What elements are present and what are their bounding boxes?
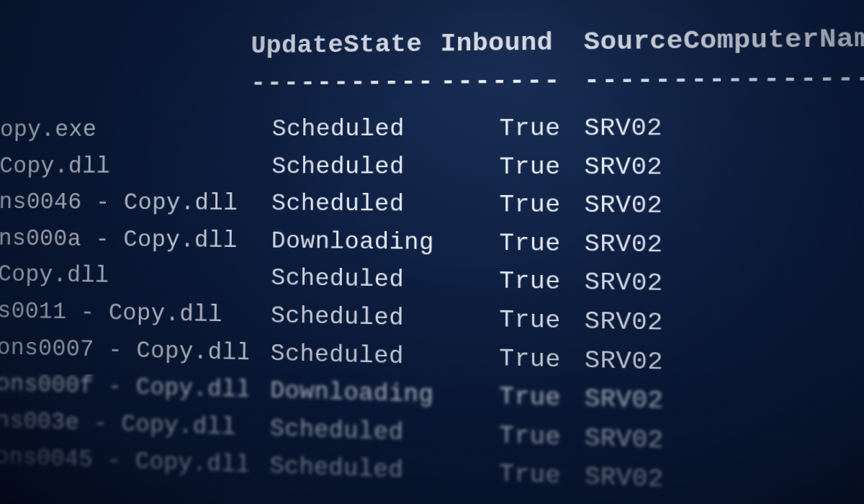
cell-update-state: Scheduled [248, 447, 440, 492]
cell-inbound: True [440, 186, 585, 225]
cell-source-computer: SRV02 [584, 108, 864, 148]
cell-update-state: Scheduled [250, 148, 441, 186]
terminal-output: UpdateState Inbound SourceComputerName -… [0, 0, 864, 504]
divider-state: ----------- [251, 68, 440, 98]
header-update-state: UpdateState [251, 30, 440, 60]
cell-update-state: Scheduled [248, 409, 439, 453]
cell-inbound: True [440, 109, 584, 148]
cell-update-state: Scheduled [249, 259, 440, 300]
cell-filename: ons0007 - Copy.dll [0, 329, 248, 372]
cell-inbound: True [439, 377, 585, 419]
table-row: Copy.dllScheduledTrueSRV02 [0, 148, 864, 187]
divider-spacer [1, 69, 251, 99]
table-row: opy.exeScheduledTrueSRV02 [0, 108, 864, 148]
cell-filename: s0011 - Copy.dll [0, 293, 249, 335]
cell-filename: ons0045 - Copy.dll [0, 438, 248, 485]
divider-source: ------------------ [584, 63, 864, 96]
cell-update-state: Downloading [248, 372, 439, 415]
cell-source-computer: SRV02 [585, 264, 864, 307]
cell-inbound: True [440, 148, 585, 186]
table-header-row: UpdateState Inbound SourceComputerName [1, 23, 864, 63]
cell-filename: Copy.dll [0, 256, 249, 297]
cell-update-state: Scheduled [250, 110, 440, 148]
cell-source-computer: SRV02 [585, 186, 864, 228]
header-inbound: Inbound [440, 27, 583, 58]
cell-inbound: True [439, 453, 585, 497]
header-spacer [1, 32, 251, 63]
cell-source-computer: SRV02 [585, 302, 864, 348]
table-divider-row: ----------- ------- ------------------ [1, 63, 864, 99]
cell-source-computer: SRV02 [584, 148, 864, 187]
cell-inbound: True [440, 262, 585, 302]
cell-source-computer: SRV02 [585, 225, 864, 267]
cell-inbound: True [440, 300, 585, 341]
header-source-computer: SourceComputerName [584, 23, 864, 57]
cell-filename: Copy.dll [0, 148, 250, 185]
cell-inbound: True [439, 338, 585, 379]
cell-update-state: Scheduled [249, 185, 440, 224]
cell-inbound: True [439, 415, 585, 458]
divider-inbound: ------- [440, 66, 583, 96]
cell-filename: opy.exe [0, 111, 250, 148]
table-body: opy.exeScheduledTrueSRV02Copy.dllSchedul… [0, 108, 864, 504]
cell-filename: ns000a - Copy.dll [0, 220, 249, 259]
cell-update-state: Scheduled [248, 334, 440, 376]
cell-inbound: True [440, 224, 585, 264]
cell-filename: ns0046 - Copy.dll [0, 184, 250, 222]
cell-update-state: Downloading [249, 222, 440, 262]
cell-update-state: Scheduled [248, 297, 440, 338]
